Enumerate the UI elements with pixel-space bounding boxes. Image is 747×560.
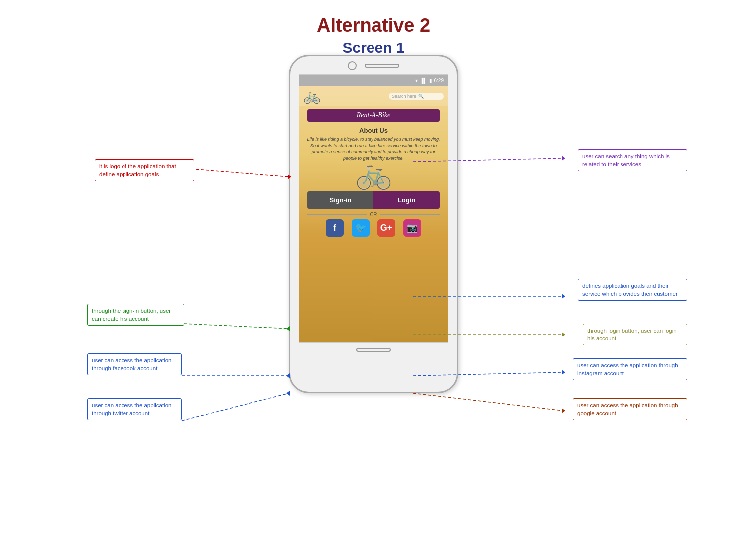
phone-speaker [365, 64, 399, 68]
phone-camera [348, 61, 357, 70]
about-title: About Us [305, 127, 442, 134]
search-placeholder: Search here [392, 94, 416, 99]
or-divider: OR [307, 212, 440, 217]
svg-marker-17 [562, 408, 565, 413]
svg-line-14 [182, 393, 289, 421]
auth-buttons: Sign-in Login [307, 191, 440, 209]
brand-title-banner: Rent-A-Bike [307, 109, 440, 122]
app-header: 🚲 Search here 🔍 [299, 86, 448, 106]
google-annotation: user can access the application through … [573, 398, 687, 420]
sign-in-button[interactable]: Sign-in [307, 191, 374, 209]
wifi-icon: ▾ [415, 78, 418, 83]
twitter-button[interactable]: 🐦 [352, 219, 370, 237]
svg-marker-5 [562, 294, 565, 299]
instagram-annotation: user can access the application through … [573, 358, 687, 380]
google-plus-button[interactable]: G+ [377, 219, 395, 237]
or-text: OR [370, 212, 377, 217]
instagram-button[interactable]: 📷 [403, 219, 421, 237]
status-bar: ▾ ▐▌ ▮ 6:29 [299, 75, 448, 86]
facebook-annotation: user can access the application through … [87, 353, 182, 375]
svg-line-0 [196, 169, 289, 177]
search-icon: 🔍 [418, 94, 424, 99]
bike-image: 🚲 [299, 158, 448, 188]
logo-annotation: it is logo of the application that defin… [95, 159, 194, 181]
svg-line-16 [413, 393, 563, 411]
login-button[interactable]: Login [374, 191, 440, 209]
svg-marker-13 [562, 370, 565, 375]
search-bar[interactable]: Search here 🔍 [389, 93, 444, 100]
svg-marker-3 [562, 156, 565, 161]
page-title-screen: Screen 1 [0, 39, 747, 56]
app-logo-icon: 🚲 [303, 88, 321, 104]
battery-icon: ▮ [429, 78, 432, 83]
signin-annotation: through the sign-in button, user can cre… [87, 304, 184, 326]
home-button[interactable] [356, 348, 391, 352]
signal-icon: ▐▌ [420, 78, 427, 83]
about-annotation: defines application goals and their serv… [578, 279, 687, 301]
social-login-row: f 🐦 G+ 📷 [299, 219, 448, 237]
svg-marker-9 [562, 332, 565, 337]
phone-mockup: ▾ ▐▌ ▮ 6:29 🚲 Search here 🔍 Rent-A-Bike … [289, 55, 458, 393]
time-display: 6:29 [434, 78, 444, 83]
page-title-alt: Alternative 2 [0, 15, 747, 36]
twitter-annotation: user can access the application through … [87, 398, 182, 420]
facebook-button[interactable]: f [326, 219, 344, 237]
search-annotation: user can search any thing which is relat… [578, 149, 687, 171]
login-annotation: through login button, user can login his… [583, 324, 687, 345]
svg-line-6 [184, 324, 289, 329]
phone-screen: ▾ ▐▌ ▮ 6:29 🚲 Search here 🔍 Rent-A-Bike … [299, 74, 448, 343]
